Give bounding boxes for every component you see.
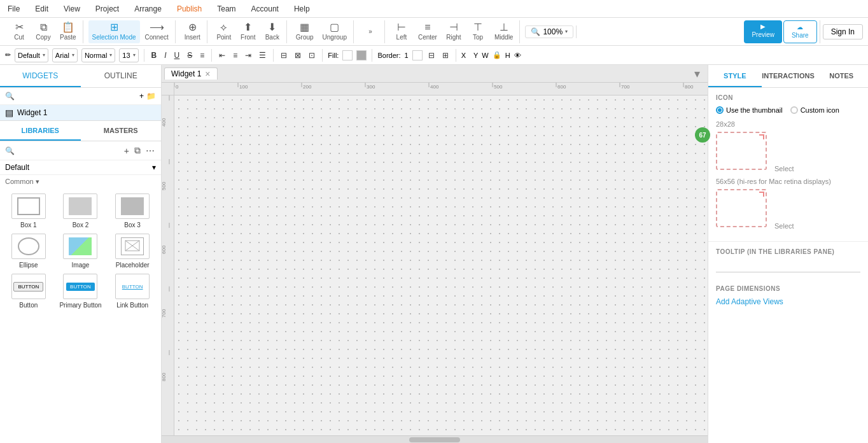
align-left-button[interactable]: ⊢ Left [390, 20, 413, 43]
copy-button[interactable]: ⧉ Copy [32, 20, 55, 43]
bold-button[interactable]: B [150, 50, 159, 60]
list-item[interactable]: BUTTON Link Button [109, 274, 156, 309]
menu-view[interactable]: View [61, 3, 83, 15]
scrollbar-thumb[interactable] [409, 437, 460, 442]
fill-color-swatch-2[interactable] [356, 50, 367, 60]
zoom-control[interactable]: 🔍 100% ▾ [525, 25, 573, 38]
widget-search-input[interactable] [17, 92, 137, 101]
tooltip-input[interactable] [716, 260, 860, 272]
sign-in-button[interactable]: Sign In [823, 24, 863, 39]
back-button[interactable]: ⬇ Back [261, 20, 284, 43]
font-value: Arial [55, 52, 69, 59]
format-btn-extra-1[interactable]: ⊟ [279, 50, 289, 60]
svg-text:800: 800 [685, 84, 694, 90]
lib-expand-icon[interactable]: ▾ [152, 163, 156, 172]
connect-button[interactable]: ⟶ Connect [141, 20, 172, 43]
canvas-tab-widget1[interactable]: Widget 1 × [164, 67, 218, 80]
list-item[interactable]: Ellipse [5, 234, 52, 269]
align-center-text-button[interactable]: ≡ [231, 50, 239, 60]
lib-add-button[interactable]: + [123, 144, 130, 157]
more-button[interactable]: » [359, 20, 382, 43]
folder-icon[interactable]: 📁 [146, 92, 156, 101]
tab-style[interactable]: STYLE [708, 65, 762, 87]
align-right-text-button[interactable]: ⇥ [243, 50, 253, 60]
group-button[interactable]: ▦ Group [292, 20, 318, 43]
tab-notes[interactable]: NOTES [815, 65, 868, 87]
align-middle-button[interactable]: ⊥ Middle [491, 20, 517, 43]
menu-account[interactable]: Account [249, 3, 281, 15]
menu-help[interactable]: Help [291, 3, 312, 15]
canvas-area: Widget 1 × ▾ 0 100 200 [162, 65, 708, 443]
canvas-expand-icon[interactable]: ▾ [694, 67, 705, 81]
fill-color-swatch[interactable] [342, 50, 353, 60]
list-item[interactable]: Box 2 [57, 193, 104, 229]
weight-dropdown[interactable]: Normal ▾ [81, 48, 115, 62]
menu-file[interactable]: File [5, 3, 22, 15]
point-button[interactable]: ⟡ Point [213, 20, 235, 43]
custom-icon-radio[interactable] [790, 106, 798, 114]
thumbnail-28-row: Select [716, 132, 860, 172]
menu-project[interactable]: Project [93, 3, 122, 15]
list-item[interactable]: Placeholder [109, 234, 156, 269]
align-top-button[interactable]: ⊤ Top [466, 20, 489, 43]
dotted-canvas[interactable] [174, 95, 708, 435]
libraries-tabs: LIBRARIES MASTERS [0, 121, 161, 141]
menu-publish[interactable]: Publish [174, 3, 204, 15]
select-thumbnail-56-button[interactable]: Select [774, 222, 794, 230]
link-button-shape: BUTTON [122, 284, 143, 290]
underline-button[interactable]: U [172, 50, 182, 60]
tab-outline[interactable]: OUTLINE [81, 65, 162, 87]
lib-copy-button[interactable]: ⧉ [133, 144, 142, 157]
front-button[interactable]: ⬆ Front [237, 20, 260, 43]
menu-arrange[interactable]: Arrange [132, 3, 164, 15]
list-item[interactable]: BUTTON Button [5, 274, 52, 309]
list-item[interactable]: BUTTON Primary Button [57, 274, 104, 309]
format-btn-extra-2[interactable]: ⊠ [293, 50, 303, 60]
box3-label: Box 3 [124, 222, 141, 229]
style-dropdown[interactable]: Default ▾ [15, 48, 48, 62]
widget-item[interactable]: ▤ Widget 1 [0, 105, 161, 120]
list-item[interactable]: Box 1 [5, 193, 52, 229]
italic-button[interactable]: I [162, 50, 168, 60]
cut-button[interactable]: ✂ Cut [8, 20, 31, 43]
use-thumbnail-option[interactable]: Use the thumbnail [716, 106, 783, 114]
lib-common-text[interactable]: Common ▾ [5, 178, 39, 185]
box1-preview [11, 193, 46, 219]
menu-edit[interactable]: Edit [32, 3, 51, 15]
list-button[interactable]: ≡ [198, 50, 206, 60]
size-dropdown[interactable]: 13 ▾ [119, 48, 138, 62]
list-item[interactable]: Image [57, 234, 104, 269]
tab-widgets[interactable]: WIDGETS [0, 65, 81, 87]
font-dropdown[interactable]: Arial ▾ [52, 48, 78, 62]
button-shape: BUTTON [13, 282, 43, 292]
align-left-text-button[interactable]: ⇤ [217, 50, 227, 60]
select-thumbnail-28-button[interactable]: Select [774, 165, 794, 172]
insert-button[interactable]: ⊕ Insert [181, 20, 204, 43]
add-widget-icon[interactable]: + [139, 92, 144, 101]
tab-masters[interactable]: MASTERS [81, 121, 162, 141]
paste-button[interactable]: 📋 Paste [56, 20, 80, 43]
align-center-button[interactable]: ≡ Center [414, 20, 441, 43]
align-justify-button[interactable]: ☰ [257, 50, 268, 60]
canvas-scrollbar[interactable] [162, 435, 708, 443]
strikethrough-button[interactable]: S [185, 50, 194, 60]
tab-interactions[interactable]: INTERACTIONS [762, 65, 815, 87]
selection-mode-button[interactable]: ⊞ Selection Mode [88, 20, 140, 43]
canvas-tab-close-icon[interactable]: × [205, 69, 210, 78]
use-thumbnail-radio[interactable] [716, 106, 724, 114]
add-adaptive-views-link[interactable]: Add Adaptive Views [716, 297, 783, 306]
lib-search-input[interactable] [17, 146, 120, 155]
share-button[interactable]: ☁ Share [783, 20, 817, 43]
align-right-button[interactable]: ⊣ Right [442, 20, 465, 43]
list-item[interactable]: Box 3 [109, 193, 156, 229]
border-style-btn-1[interactable]: ⊟ [426, 50, 437, 60]
tab-libraries[interactable]: LIBRARIES [0, 121, 81, 141]
format-btn-extra-3[interactable]: ⊡ [307, 50, 317, 60]
custom-icon-option[interactable]: Custom icon [790, 106, 839, 114]
preview-button[interactable]: ▶ Preview [744, 20, 782, 43]
ungroup-button[interactable]: ▢ Ungroup [319, 20, 351, 43]
border-style-btn-2[interactable]: ⊞ [440, 50, 451, 60]
lib-more-button[interactable]: ⋯ [144, 144, 156, 157]
border-color-swatch[interactable] [412, 50, 423, 60]
menu-team[interactable]: Team [214, 3, 238, 15]
